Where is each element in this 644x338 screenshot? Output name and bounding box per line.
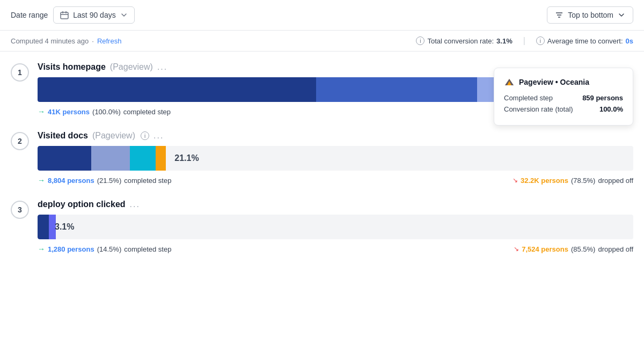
- avg-time-stat: i Average time to convert: 0s: [536, 36, 633, 45]
- step-number-1: 1: [11, 63, 29, 82]
- total-conversion-value: 3.1%: [496, 37, 513, 45]
- step-2-dropped: ↘ 32.2K persons (78.5%) dropped off: [513, 177, 633, 185]
- step-2-name: Visited docs: [38, 131, 88, 141]
- step-3-bar: 3.1%: [38, 215, 633, 239]
- tooltip-header: Pageview • Oceania: [504, 77, 623, 87]
- bar-step3-fill: [38, 215, 56, 239]
- step-1-completed: → 41K persons (100.0%) completed step: [38, 107, 171, 116]
- date-range-label: Date range: [11, 11, 48, 19]
- green-arrow-3: →: [38, 245, 45, 253]
- step-3-dropped-pct: (85.5%): [571, 245, 596, 253]
- step-2-type: (Pageview): [92, 131, 135, 141]
- step-2-stats: → 8,804 persons (21.5%) completed step ↘…: [38, 176, 633, 185]
- computed-group: Computed 4 minutes ago · Refresh: [11, 37, 121, 45]
- tooltip-row1-value: 859 persons: [582, 94, 623, 102]
- step-2-persons[interactable]: 8,804 persons: [48, 177, 94, 185]
- top-to-bottom-button[interactable]: Top to bottom: [547, 6, 633, 24]
- bar-s1-medium: [316, 77, 477, 102]
- step-3-stats: → 1,280 persons (14.5%) completed step ↘…: [38, 245, 633, 253]
- step-2-bar: 21.1%: [38, 146, 633, 171]
- date-range-group: Date range Last 90 days: [11, 6, 135, 24]
- filter-icon: [555, 11, 564, 19]
- green-arrow-2: →: [38, 176, 45, 185]
- red-arrow-3: ↘: [514, 245, 519, 253]
- main-content: 1 Visits homepage (Pageview) ...: [0, 52, 644, 279]
- calendar-icon: [60, 11, 69, 19]
- tooltip-row-2: Conversion rate (total) 100.0%: [504, 105, 623, 113]
- avg-time-value: 0s: [626, 37, 633, 45]
- stat-divider: |: [523, 36, 525, 46]
- step-2-dropped-suffix: dropped off: [598, 177, 633, 185]
- step-2-menu[interactable]: ...: [153, 131, 164, 141]
- step-3-title: deploy option clicked ...: [38, 200, 633, 209]
- step-2-info-icon[interactable]: i: [141, 131, 149, 140]
- step-2-dropped-pct: (78.5%): [571, 177, 596, 185]
- step-2-title: Visited docs (Pageview) i ...: [38, 131, 633, 141]
- red-arrow-2: ↘: [513, 177, 518, 184]
- funnel-step-3: 3 deploy option clicked ... 3.1% → 1,280…: [11, 200, 633, 253]
- chevron-down-icon-2: [618, 11, 625, 19]
- tooltip-row2-label: Conversion rate (total): [504, 105, 573, 113]
- avg-time-label: Average time to convert:: [547, 37, 623, 45]
- step-3-dropped-suffix: dropped off: [598, 245, 633, 253]
- step-2-dropped-persons[interactable]: 32.2K persons: [521, 177, 568, 185]
- step-1-pct: (100.0%): [92, 108, 121, 116]
- step-3-name: deploy option clicked: [38, 200, 126, 209]
- tooltip-icon: [504, 77, 515, 87]
- top-to-bottom-label: Top to bottom: [568, 11, 613, 19]
- chevron-down-icon: [120, 11, 128, 19]
- tooltip-row1-label: Completed step: [504, 94, 553, 102]
- funnel-step-2: 2 Visited docs (Pageview) i ... 21.1%: [11, 131, 633, 185]
- tooltip-box: Pageview • Oceania Completed step 859 pe…: [494, 68, 633, 126]
- step-2-suffix: completed step: [124, 177, 171, 185]
- step-2-content: Visited docs (Pageview) i ... 21.1% → 8,…: [38, 131, 633, 185]
- tooltip-title: Pageview • Oceania: [519, 78, 589, 86]
- step-3-persons[interactable]: 1,280 persons: [48, 245, 94, 253]
- step-2-pct: (21.5%): [97, 177, 122, 185]
- step-1-type: (Pageview): [110, 62, 153, 72]
- computed-text: Computed 4 minutes ago: [11, 37, 89, 45]
- total-conversion-info-icon[interactable]: i: [416, 36, 425, 45]
- step-number-3: 3: [11, 201, 29, 219]
- bar-s2-orange: [156, 146, 166, 171]
- step-2-completed: → 8,804 persons (21.5%) completed step: [38, 176, 171, 185]
- step-1-persons[interactable]: 41K persons: [48, 108, 90, 116]
- step-1-menu[interactable]: ...: [157, 62, 167, 72]
- bar-s2-medium: [91, 146, 130, 171]
- total-conversion-label: Total conversion rate:: [427, 37, 494, 45]
- total-conversion-stat: i Total conversion rate: 3.1%: [416, 36, 512, 45]
- step-3-pct: (14.5%): [97, 245, 122, 253]
- step-1-name: Visits homepage: [38, 62, 106, 72]
- dot-separator: ·: [92, 37, 94, 45]
- stats-bar: Computed 4 minutes ago · Refresh i Total…: [0, 31, 644, 52]
- step-3-dropped: ↘ 7,524 persons (85.5%) dropped off: [514, 245, 633, 253]
- step-number-2: 2: [11, 132, 29, 150]
- bar-s3-dark: [38, 215, 49, 239]
- svg-rect-0: [61, 12, 68, 19]
- refresh-link[interactable]: Refresh: [97, 37, 122, 45]
- bar-s2-dark: [38, 146, 91, 171]
- avg-time-info-icon[interactable]: i: [536, 36, 545, 45]
- stats-right: i Total conversion rate: 3.1% | i Averag…: [416, 36, 633, 46]
- top-bar: Date range Last 90 days Top to bottom: [0, 0, 644, 31]
- step-2-bar-pct: 21.1%: [174, 153, 633, 163]
- step-3-suffix: completed step: [124, 245, 171, 253]
- step-3-bar-pct: 3.1%: [55, 222, 74, 232]
- step-3-menu[interactable]: ...: [130, 200, 140, 209]
- date-range-button[interactable]: Last 90 days: [53, 6, 134, 24]
- step-3-content: deploy option clicked ... 3.1% → 1,280 p…: [38, 200, 633, 253]
- bar-s2-teal: [130, 146, 156, 171]
- tooltip-row2-value: 100.0%: [599, 105, 623, 113]
- green-arrow-1: →: [38, 107, 45, 116]
- step-3-dropped-persons[interactable]: 7,524 persons: [522, 245, 568, 253]
- date-button-label: Last 90 days: [73, 11, 115, 19]
- bar-step2-fill: [38, 146, 166, 171]
- tooltip-row-1: Completed step 859 persons: [504, 94, 623, 102]
- bar-s1-dark: [38, 77, 316, 102]
- step-3-completed: → 1,280 persons (14.5%) completed step: [38, 245, 171, 253]
- step-1-suffix: completed step: [123, 108, 171, 116]
